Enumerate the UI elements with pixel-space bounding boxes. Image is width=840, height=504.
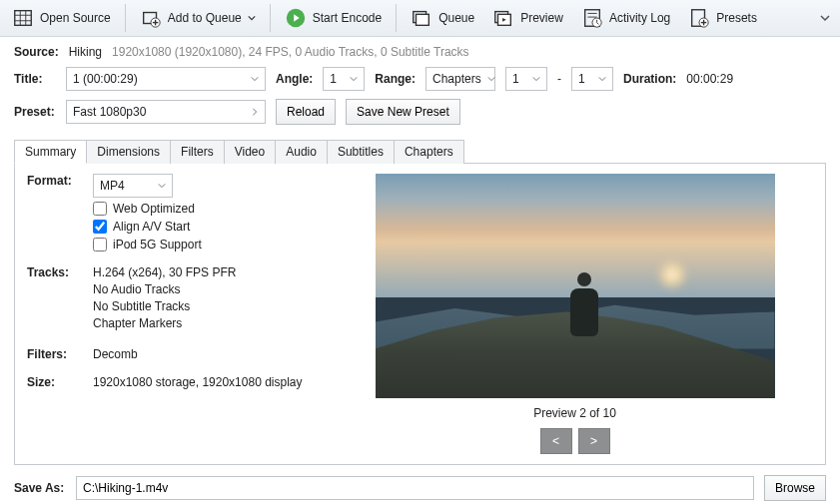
summary-panel: Format: MP4 Web Optimized Align A/V Star… [14,163,826,465]
tab-dimensions[interactable]: Dimensions [86,140,171,164]
web-optimized-input[interactable] [93,202,107,216]
log-icon [581,7,603,29]
add-queue-icon [140,7,162,29]
range-label: Range: [375,72,416,86]
range-to-value: 1 [578,72,585,86]
angle-value: 1 [330,72,337,86]
start-encode-button[interactable]: Start Encode [277,3,390,33]
chevron-down-icon [248,14,256,22]
preview-icon [492,7,514,29]
tab-chapters[interactable]: Chapters [394,140,464,164]
tab-subtitles[interactable]: Subtitles [327,140,395,164]
queue-label: Queue [438,11,474,25]
tracks-audio: No Audio Tracks [93,282,236,296]
ipod-label: iPod 5G Support [113,238,202,252]
toolbar-separator [270,4,271,32]
presets-icon [688,7,710,29]
angle-select[interactable]: 1 [323,67,365,91]
title-value: 1 (00:00:29) [73,72,138,86]
toolbar-separator [125,4,126,32]
preset-label: Preset: [14,105,56,119]
tracks-subtitle: No Subtitle Tracks [93,299,236,313]
source-info: 1920x1080 (1920x1080), 24 FPS, 0 Audio T… [112,45,469,59]
preview-counter: Preview 2 of 10 [533,406,616,420]
filters-value: Decomb [93,347,138,361]
svg-rect-0 [15,11,32,26]
title-select[interactable]: 1 (00:00:29) [66,67,266,91]
range-from-select[interactable]: 1 [505,67,547,91]
play-icon [285,7,307,29]
browse-button[interactable]: Browse [764,475,826,501]
film-icon [12,7,34,29]
tab-audio[interactable]: Audio [275,140,328,164]
save-as-label: Save As: [14,481,66,495]
tracks-label: Tracks: [27,265,73,279]
preview-label: Preview [520,11,563,25]
toolbar-separator [396,4,397,32]
add-to-queue-label: Add to Queue [168,11,242,25]
ipod-input[interactable] [93,238,107,252]
range-from-value: 1 [512,72,519,86]
open-source-button[interactable]: Open Source [4,3,119,33]
format-select[interactable]: MP4 [93,174,173,198]
tab-filters[interactable]: Filters [170,140,225,164]
angle-label: Angle: [276,72,313,86]
align-av-label: Align A/V Start [113,220,190,234]
source-name: Hiking [69,45,102,59]
format-value: MP4 [100,179,125,193]
save-new-preset-button[interactable]: Save New Preset [346,99,460,125]
range-type-select[interactable]: Chapters [425,67,495,91]
start-encode-label: Start Encode [313,11,382,25]
queue-button[interactable]: Queue [403,3,482,33]
activity-log-label: Activity Log [609,11,670,25]
reload-button[interactable]: Reload [276,99,336,125]
chevron-down-icon [532,75,540,83]
range-dash: - [557,72,561,86]
size-value: 1920x1080 storage, 1920x1080 display [93,375,303,389]
tab-summary[interactable]: Summary [14,140,87,164]
tab-strip: Summary Dimensions Filters Video Audio S… [14,139,826,163]
web-optimized-checkbox[interactable]: Web Optimized [93,202,202,216]
source-label: Source: [14,45,59,59]
preview-button[interactable]: Preview [484,3,571,33]
size-label: Size: [27,375,73,389]
open-source-label: Open Source [40,11,111,25]
range-to-select[interactable]: 1 [571,67,613,91]
chevron-down-icon [158,182,166,190]
tracks-chapter: Chapter Markers [93,316,236,330]
save-path-input[interactable] [76,476,754,500]
ipod-checkbox[interactable]: iPod 5G Support [93,238,202,252]
web-optimized-label: Web Optimized [113,202,195,216]
chevron-down-icon [598,75,606,83]
preset-value: Fast 1080p30 [73,105,146,119]
format-label: Format: [27,174,73,188]
preset-select[interactable]: Fast 1080p30 [66,100,266,124]
presets-label: Presets [716,11,757,25]
chevron-down-icon [350,75,358,83]
queue-icon [411,7,432,29]
title-label: Title: [14,72,56,86]
chevron-down-icon [487,75,495,83]
align-av-checkbox[interactable]: Align A/V Start [93,220,202,234]
align-av-input[interactable] [93,220,107,234]
chevron-down-icon [251,75,259,83]
preview-next-button[interactable]: > [578,428,610,454]
duration-label: Duration: [623,72,676,86]
range-type-value: Chapters [432,72,481,86]
add-to-queue-button[interactable]: Add to Queue [132,3,264,33]
presets-button[interactable]: Presets [680,3,765,33]
preview-image [376,174,775,398]
chevron-right-icon [251,108,259,116]
tab-video[interactable]: Video [224,140,276,164]
activity-log-button[interactable]: Activity Log [573,3,678,33]
preview-prev-button[interactable]: < [540,428,572,454]
filters-label: Filters: [27,347,73,361]
toolbar-overflow-button[interactable] [814,7,836,29]
tracks-video: H.264 (x264), 30 FPS PFR [93,265,236,279]
main-toolbar: Open Source Add to Queue Start Encode Qu… [0,0,840,37]
svg-rect-11 [417,14,429,25]
duration-value: 00:00:29 [686,72,733,86]
